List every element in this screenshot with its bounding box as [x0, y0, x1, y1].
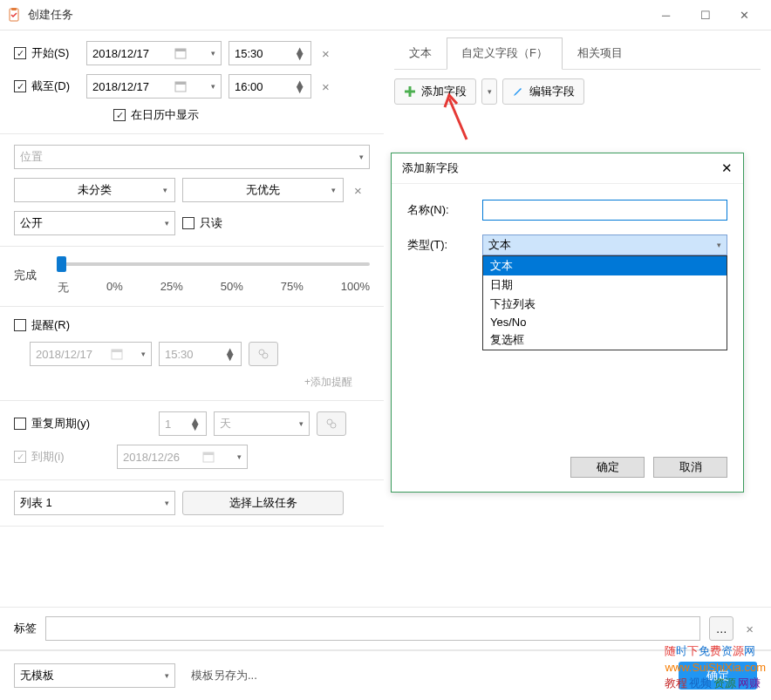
type-option[interactable]: 日期	[483, 275, 727, 295]
svg-point-11	[331, 423, 336, 428]
titlebar: 创建任务 ─ ☐ ✕	[0, 0, 771, 31]
progress-label: 完成	[14, 257, 42, 283]
plus-icon	[404, 85, 416, 98]
add-field-dialog: 添加新字段 ✕ 名称(N): 类型(T): 文本▾ 文本 日期 下拉列表 Yes…	[391, 153, 744, 493]
pencil-icon	[512, 85, 524, 98]
slider-thumb-icon[interactable]	[57, 256, 66, 272]
type-option[interactable]: 下拉列表	[483, 295, 727, 314]
dialog-cancel-button[interactable]: 取消	[653, 457, 727, 478]
close-button[interactable]: ✕	[725, 2, 764, 28]
edit-field-button[interactable]: 编辑字段	[502, 78, 584, 105]
show-in-calendar-checkbox[interactable]: 在日历中显示	[113, 107, 199, 123]
window-title: 创建任务	[28, 7, 646, 23]
tabs: 文本 自定义字段（F） 相关项目	[394, 37, 761, 70]
svg-rect-3	[175, 49, 186, 51]
dialog-title: 添加新字段	[402, 160, 459, 176]
svg-rect-1	[11, 8, 17, 10]
slider-ticks: 无0%25%50%75%100%	[58, 280, 370, 296]
clear-tags-icon[interactable]: ×	[742, 622, 757, 636]
add-reminder-link[interactable]: +添加提醒	[14, 375, 370, 390]
end-date-input[interactable]: 2018/12/17▾	[86, 74, 222, 99]
type-option[interactable]: 文本	[483, 256, 727, 275]
type-label: 类型(T):	[407, 237, 468, 253]
name-input[interactable]	[482, 200, 727, 221]
tab-text[interactable]: 文本	[394, 37, 447, 69]
minimize-button[interactable]: ─	[646, 2, 686, 28]
start-time-input[interactable]: 15:30▲▼	[229, 41, 311, 65]
reminder-time-input[interactable]: 15:30▲▼	[159, 342, 242, 366]
type-option[interactable]: 复选框	[483, 330, 727, 350]
svg-rect-5	[175, 82, 186, 85]
recurrence-count-input[interactable]: 1▲▼	[159, 411, 207, 436]
svg-rect-13	[203, 452, 214, 455]
progress-slider[interactable]	[58, 262, 370, 266]
save-template-link[interactable]: 模板另存为...	[191, 668, 257, 683]
start-date-input[interactable]: 2018/12/17▾	[86, 41, 222, 65]
readonly-checkbox[interactable]: 只读	[182, 215, 248, 231]
clear-end-icon[interactable]: ×	[318, 79, 333, 94]
tags-input[interactable]	[45, 616, 700, 641]
tab-related[interactable]: 相关项目	[563, 37, 638, 69]
tags-label: 标签	[14, 621, 37, 636]
due-date-input[interactable]: 2018/12/26▾	[117, 445, 248, 469]
reminder-checkbox[interactable]: 提醒(R)	[14, 317, 79, 333]
clear-category-icon[interactable]: ×	[351, 183, 365, 198]
type-option[interactable]: Yes/No	[483, 314, 727, 330]
due-checkbox[interactable]: 到期(i)	[14, 449, 110, 465]
end-time-input[interactable]: 16:00▲▼	[229, 74, 311, 99]
add-field-button[interactable]: 添加字段	[394, 78, 476, 105]
select-parent-task-button[interactable]: 选择上级任务	[182, 491, 344, 515]
category-select[interactable]: 未分类▾	[14, 178, 175, 202]
start-checkbox[interactable]: 开始(S)	[14, 45, 79, 61]
template-select[interactable]: 无模板▾	[14, 663, 175, 688]
dialog-ok-button[interactable]: 确定	[570, 457, 645, 478]
priority-select[interactable]: 无优先▾	[182, 178, 344, 202]
app-icon	[7, 8, 21, 22]
recurrence-checkbox[interactable]: 重复周期(y)	[14, 416, 110, 432]
type-select[interactable]: 文本▾	[482, 234, 727, 255]
end-checkbox[interactable]: 截至(D)	[14, 78, 79, 94]
recurrence-unit-select[interactable]: 天▾	[214, 411, 310, 436]
dialog-close-button[interactable]: ✕	[721, 160, 733, 176]
name-label: 名称(N):	[407, 202, 468, 218]
maximize-button[interactable]: ☐	[686, 2, 725, 28]
tab-custom-fields[interactable]: 自定义字段（F）	[447, 37, 563, 70]
add-field-dropdown[interactable]: ▾	[481, 78, 497, 105]
gear-icon	[325, 418, 338, 430]
location-input[interactable]: 位置▾	[14, 145, 370, 169]
clear-start-icon[interactable]: ×	[318, 46, 333, 61]
svg-rect-7	[112, 350, 122, 352]
type-dropdown-list: 文本 日期 下拉列表 Yes/No 复选框	[482, 255, 727, 350]
visibility-select[interactable]: 公开▾	[14, 211, 175, 235]
list-select[interactable]: 列表 1▾	[14, 491, 175, 515]
reminder-settings-button[interactable]	[249, 342, 278, 366]
left-panel: 开始(S) 2018/12/17▾ 15:30▲▼ × 截至(D) 2018/1…	[0, 31, 384, 648]
recurrence-settings-button[interactable]	[317, 411, 346, 436]
tags-browse-button[interactable]: …	[709, 616, 733, 641]
watermark: 随时下免费资源网 www.SuiShiXia.com 教程视频资源网赚	[665, 643, 766, 691]
svg-point-9	[263, 353, 268, 358]
gear-icon	[257, 348, 270, 360]
reminder-date-input[interactable]: 2018/12/17▾	[30, 342, 152, 366]
